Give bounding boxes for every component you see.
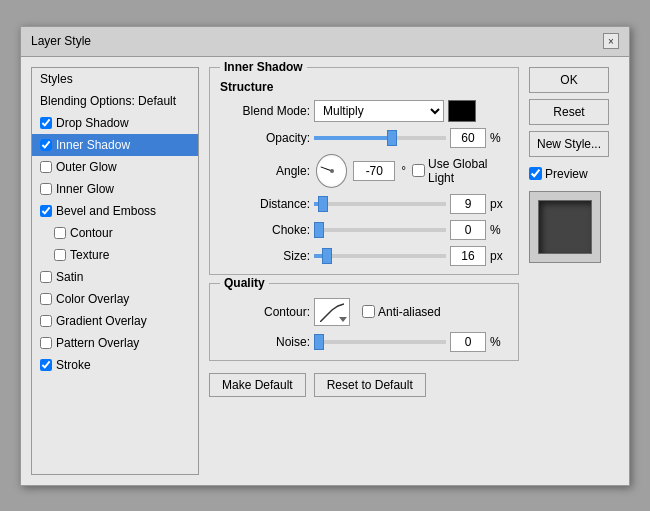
size-row: Size: px <box>220 246 508 266</box>
noise-slider-container <box>314 334 446 350</box>
drop-shadow-checkbox[interactable] <box>40 117 52 129</box>
preview-checkbox[interactable] <box>529 167 542 180</box>
sidebar-item-inner-glow[interactable]: Inner Glow <box>32 178 198 200</box>
sidebar-item-outer-glow[interactable]: Outer Glow <box>32 156 198 178</box>
sidebar-item-stroke[interactable]: Stroke <box>32 354 198 376</box>
sidebar-item-satin[interactable]: Satin <box>32 266 198 288</box>
opacity-unit: % <box>490 131 508 145</box>
sidebar-item-inner-shadow[interactable]: Inner Shadow <box>32 134 198 156</box>
angle-input[interactable] <box>353 161 395 181</box>
inner-shadow-checkbox[interactable] <box>40 139 52 151</box>
size-slider-container <box>314 248 446 264</box>
title-bar: Layer Style × <box>21 27 629 57</box>
contour-checkbox[interactable] <box>54 227 66 239</box>
satin-checkbox[interactable] <box>40 271 52 283</box>
structure-section: Inner Shadow Structure Blend Mode: Multi… <box>209 67 519 275</box>
blend-mode-label: Blend Mode: <box>220 104 310 118</box>
choke-input[interactable] <box>450 220 486 240</box>
anti-alias-label: Anti-aliased <box>362 305 441 319</box>
preview-box <box>529 191 601 263</box>
sidebar-item-blending[interactable]: Blending Options: Default <box>32 90 198 112</box>
bottom-buttons: Make Default Reset to Default <box>209 373 519 397</box>
global-light-checkbox[interactable] <box>412 164 425 177</box>
noise-label: Noise: <box>220 335 310 349</box>
dial-center <box>330 169 334 173</box>
structure-label: Structure <box>220 80 508 94</box>
shadow-color-swatch[interactable] <box>448 100 476 122</box>
distance-slider-container <box>314 196 446 212</box>
size-input[interactable] <box>450 246 486 266</box>
noise-slider[interactable] <box>314 340 446 344</box>
new-style-button[interactable]: New Style... <box>529 131 609 157</box>
angle-row: Angle: ° Use Global Light <box>220 154 508 188</box>
stroke-checkbox[interactable] <box>40 359 52 371</box>
anti-alias-checkbox[interactable] <box>362 305 375 318</box>
preview-label: Preview <box>529 167 619 181</box>
global-light-label: Use Global Light <box>412 157 508 185</box>
choke-label: Choke: <box>220 223 310 237</box>
pattern-overlay-checkbox[interactable] <box>40 337 52 349</box>
sidebar-item-color-overlay[interactable]: Color Overlay <box>32 288 198 310</box>
distance-row: Distance: px <box>220 194 508 214</box>
stroke-label: Stroke <box>56 358 91 372</box>
angle-unit: ° <box>401 164 406 178</box>
contour-label: Contour: <box>220 305 310 319</box>
reset-button[interactable]: Reset <box>529 99 609 125</box>
contour-picker[interactable] <box>314 298 350 326</box>
size-slider[interactable] <box>314 254 446 258</box>
sidebar-item-texture[interactable]: Texture <box>32 244 198 266</box>
color-overlay-checkbox[interactable] <box>40 293 52 305</box>
preview-inner <box>538 200 592 254</box>
preview-text: Preview <box>545 167 588 181</box>
sidebar-item-pattern-overlay[interactable]: Pattern Overlay <box>32 332 198 354</box>
ok-button[interactable]: OK <box>529 67 609 93</box>
noise-input[interactable] <box>450 332 486 352</box>
quality-section: Quality Contour: Anti-aliased <box>209 283 519 361</box>
opacity-row: Opacity: % <box>220 128 508 148</box>
opacity-label: Opacity: <box>220 131 310 145</box>
drop-shadow-label: Drop Shadow <box>56 116 129 130</box>
dialog-title: Layer Style <box>31 34 91 48</box>
gradient-overlay-label: Gradient Overlay <box>56 314 147 328</box>
inner-shadow-title: Inner Shadow <box>220 60 307 74</box>
blend-mode-row: Blend Mode: Multiply Normal Dissolve Dar… <box>220 100 508 122</box>
gradient-overlay-checkbox[interactable] <box>40 315 52 327</box>
outer-glow-checkbox[interactable] <box>40 161 52 173</box>
make-default-button[interactable]: Make Default <box>209 373 306 397</box>
reset-to-default-button[interactable]: Reset to Default <box>314 373 426 397</box>
choke-slider-container <box>314 222 446 238</box>
noise-unit: % <box>490 335 508 349</box>
distance-unit: px <box>490 197 508 211</box>
choke-row: Choke: % <box>220 220 508 240</box>
bevel-emboss-checkbox[interactable] <box>40 205 52 217</box>
choke-slider[interactable] <box>314 228 446 232</box>
pattern-overlay-label: Pattern Overlay <box>56 336 139 350</box>
angle-dial[interactable] <box>316 154 347 188</box>
contour-label: Contour <box>70 226 113 240</box>
styles-label: Styles <box>40 72 73 86</box>
left-panel: Styles Blending Options: Default Drop Sh… <box>31 67 199 475</box>
texture-checkbox[interactable] <box>54 249 66 261</box>
center-panel: Inner Shadow Structure Blend Mode: Multi… <box>209 67 519 475</box>
close-button[interactable]: × <box>603 33 619 49</box>
sidebar-item-drop-shadow[interactable]: Drop Shadow <box>32 112 198 134</box>
sidebar-item-styles[interactable]: Styles <box>32 68 198 90</box>
quality-title: Quality <box>220 276 269 290</box>
noise-row: Noise: % <box>220 332 508 352</box>
texture-label: Texture <box>70 248 109 262</box>
bevel-emboss-label: Bevel and Emboss <box>56 204 156 218</box>
contour-row: Contour: Anti-aliased <box>220 298 508 326</box>
global-light-text: Use Global Light <box>428 157 508 185</box>
inner-glow-checkbox[interactable] <box>40 183 52 195</box>
color-overlay-label: Color Overlay <box>56 292 129 306</box>
blend-mode-select[interactable]: Multiply Normal Dissolve Darken Color Bu… <box>314 100 444 122</box>
angle-label: Angle: <box>220 164 310 178</box>
sidebar-item-bevel-emboss[interactable]: Bevel and Emboss <box>32 200 198 222</box>
sidebar-item-contour[interactable]: Contour <box>32 222 198 244</box>
opacity-slider[interactable] <box>314 136 446 140</box>
distance-slider[interactable] <box>314 202 446 206</box>
opacity-input[interactable] <box>450 128 486 148</box>
opacity-slider-container <box>314 130 446 146</box>
sidebar-item-gradient-overlay[interactable]: Gradient Overlay <box>32 310 198 332</box>
distance-input[interactable] <box>450 194 486 214</box>
